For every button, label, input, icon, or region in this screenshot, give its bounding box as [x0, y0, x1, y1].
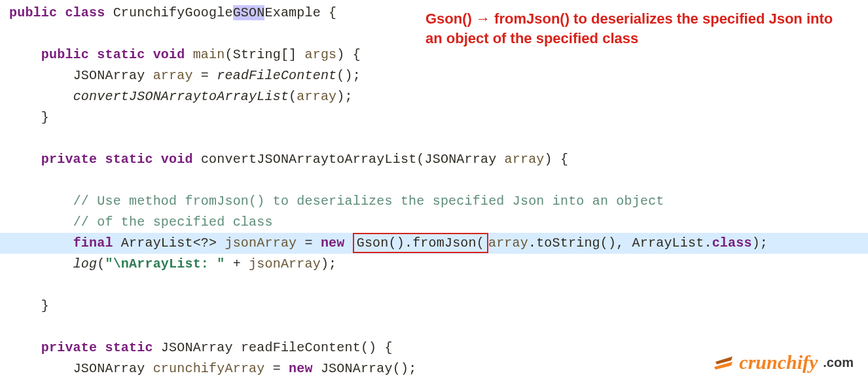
highlight-gson: GSON [233, 5, 265, 20]
code-token: Example { [264, 5, 336, 20]
code-token: public [9, 5, 57, 20]
logo-tld: .com [823, 352, 854, 373]
code-token: .toString(), ArrayList. [528, 235, 712, 251]
code-token: ( [97, 256, 105, 271]
code-token: () { [361, 340, 393, 355]
code-token: ) { [545, 152, 569, 167]
code-token: JSONArray [73, 68, 153, 83]
boxed-gson-fromjson: Gson().fromJson( [353, 233, 488, 253]
code-token: array [488, 235, 528, 251]
code-token: convertJSONArraytoArrayList [73, 89, 289, 104]
code-token: = [193, 68, 217, 83]
code-token: main [193, 47, 225, 62]
code-token: static [105, 340, 153, 355]
code-token: static [97, 47, 145, 62]
code-token: void [153, 47, 185, 62]
code-token: readFileContent [217, 68, 336, 83]
code-token: log [73, 256, 98, 271]
code-token: array [505, 152, 545, 167]
code-token: convertJSONArraytoArrayList [201, 152, 416, 167]
code-string: "\nArrayList: " [105, 256, 225, 271]
code-token: static [105, 152, 153, 167]
code-token: array [297, 89, 336, 104]
code-token: = [264, 361, 289, 376]
code-token: jsonArray [225, 235, 297, 251]
code-token: readFileContent [241, 340, 361, 355]
code-token: JSONArray [73, 361, 153, 376]
code-token: (String[] [225, 47, 304, 62]
code-token: ( [289, 89, 297, 104]
code-token: = [297, 235, 321, 251]
code-token: array [153, 68, 193, 83]
code-token: crunchifyArray [153, 361, 265, 376]
code-token: ); [752, 235, 768, 251]
code-token: } [41, 110, 49, 125]
code-token: ArrayList<?> [113, 235, 225, 251]
code-token: + [225, 256, 249, 271]
code-token: class [712, 235, 752, 251]
code-token: void [161, 152, 193, 167]
logo-brand: crunchify [739, 352, 818, 373]
crunchify-icon [713, 353, 735, 372]
code-token: private [41, 152, 97, 167]
code-token: class [65, 5, 105, 20]
code-token: jsonArray [249, 256, 321, 271]
code-token: args [305, 47, 337, 62]
code-token: private [41, 340, 97, 355]
code-token [345, 235, 353, 251]
code-token: public [41, 47, 89, 62]
code-token: JSONArray(); [313, 361, 417, 376]
crunchify-logo: crunchify.com [713, 352, 854, 373]
code-token: ); [336, 89, 352, 104]
code-token: } [41, 298, 49, 313]
code-token: ); [321, 256, 336, 271]
annotation-text: Gson() → fromJson() to deserializes the … [425, 9, 844, 48]
code-token: CrunchifyGoogle [113, 5, 233, 20]
code-token: new [321, 235, 345, 251]
code-token: JSONArray [153, 340, 241, 355]
code-token: new [289, 361, 313, 376]
code-token: (); [336, 68, 361, 83]
code-token: (JSONArray [416, 152, 504, 167]
code-comment: // Use method fromJson() to deserializes… [73, 194, 664, 209]
code-token: ) { [336, 47, 361, 62]
code-block: public class CrunchifyGoogleGSONExample … [0, 0, 868, 382]
code-token: final [73, 235, 113, 251]
highlighted-line: final ArrayList<?> jsonArray = new Gson(… [0, 233, 868, 254]
code-comment: // of the specified class [73, 215, 273, 230]
